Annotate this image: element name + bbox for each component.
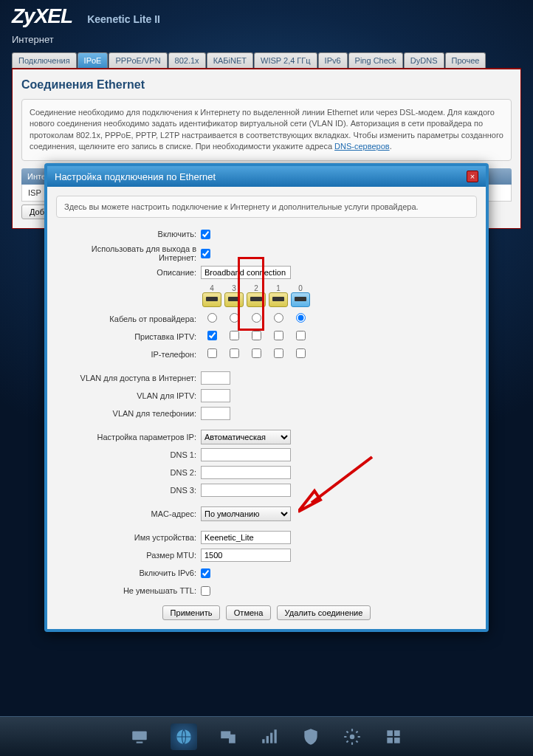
vlan-iptv-input[interactable] [201, 389, 230, 402]
wifi-icon[interactable] [259, 726, 280, 747]
tab-bar: ПодключенияIPoEPPPoE/VPN802.1xКАБiNETWIS… [12, 52, 521, 68]
ttl-checkbox[interactable] [201, 586, 210, 596]
header: ZyXEL Keenetic Lite II [0, 0, 533, 28]
ipv6-checkbox[interactable] [201, 568, 210, 578]
tab-ipv6[interactable]: IPv6 [318, 52, 348, 68]
dns3-input[interactable] [201, 484, 291, 497]
svg-rect-15 [394, 738, 400, 743]
svg-rect-7 [262, 739, 264, 743]
svg-rect-9 [270, 732, 272, 743]
row-iptv-0[interactable] [207, 331, 217, 340]
tab-dydns[interactable]: DyDNS [404, 52, 444, 68]
port-1[interactable] [269, 292, 288, 307]
device-name-input[interactable] [201, 531, 291, 544]
row-iptv-1[interactable] [230, 331, 239, 340]
delete-button[interactable]: Удалить соединение [277, 605, 371, 620]
tab-ipoe[interactable]: IPoE [78, 52, 109, 68]
row-cable-2[interactable] [252, 313, 261, 323]
row-ipph-0[interactable] [207, 348, 217, 358]
row-cable-4[interactable] [296, 313, 306, 323]
port-4[interactable] [202, 292, 221, 307]
dialog-buttons: Применить Отмена Удалить соединение [56, 605, 477, 620]
gear-icon[interactable] [342, 726, 362, 747]
mac-select[interactable]: По умолчанию [201, 506, 291, 521]
ethernet-dialog: Настройка подключения по Ethernet × Здес… [44, 163, 489, 632]
panel-info: Соединение необходимо для подключения к … [21, 99, 512, 161]
tab-pppoe-vpn[interactable]: PPPoE/VPN [109, 52, 167, 68]
dialog-hint: Здесь вы можете настроить подключение к … [56, 196, 477, 218]
row-iptv-2[interactable] [252, 331, 261, 340]
row-ipph-4[interactable] [296, 348, 306, 358]
svg-rect-6 [229, 734, 235, 743]
apps-icon[interactable] [383, 726, 404, 747]
svg-rect-8 [266, 735, 269, 743]
bottom-dock [0, 716, 533, 756]
svg-rect-14 [387, 738, 393, 743]
enable-checkbox[interactable] [201, 230, 210, 239]
row-cable-3[interactable] [274, 313, 283, 323]
tab--[interactable]: Прочее [445, 52, 486, 68]
svg-point-11 [350, 734, 355, 739]
svg-rect-3 [137, 741, 143, 743]
dns1-input[interactable] [201, 448, 291, 461]
monitor-icon[interactable] [129, 726, 150, 747]
close-icon[interactable]: × [467, 171, 478, 182]
tab--[interactable]: Подключения [12, 52, 77, 68]
tab-802-1x[interactable]: 802.1x [168, 52, 206, 68]
devices-icon[interactable] [218, 726, 238, 747]
row-iptv-3[interactable] [274, 331, 283, 340]
row-ipph-3[interactable] [274, 348, 283, 358]
default-gw-checkbox[interactable] [201, 249, 210, 258]
apply-button[interactable]: Применить [162, 605, 221, 620]
dns-link[interactable]: DNS-серверов [334, 142, 390, 151]
cancel-button[interactable]: Отмена [226, 605, 271, 620]
model-name: Keenetic Lite II [87, 13, 160, 25]
brand-logo: ZyXEL [12, 4, 72, 28]
globe-icon[interactable] [171, 724, 197, 750]
svg-rect-12 [387, 730, 393, 736]
tab-wisp-2-4-[interactable]: WISP 2,4 ГГц [254, 52, 317, 68]
dialog-titlebar: Настройка подключения по Ethernet × [47, 166, 486, 187]
tab--inet[interactable]: КАБiNET [207, 52, 253, 68]
row-iptv-4[interactable] [296, 331, 306, 340]
vlan-tel-input[interactable] [201, 407, 230, 420]
mtu-input[interactable] [201, 549, 291, 562]
vlan-internet-input[interactable] [201, 371, 230, 385]
dialog-title: Настройка подключения по Ethernet [55, 171, 216, 182]
port-0[interactable] [291, 292, 310, 307]
port-3[interactable] [224, 292, 244, 307]
description-input[interactable] [201, 266, 291, 279]
port-selector: 43210 [201, 284, 477, 307]
row-cable-1[interactable] [230, 313, 239, 323]
row-cable-0[interactable] [207, 313, 217, 323]
dns2-input[interactable] [201, 466, 291, 479]
shield-icon[interactable] [300, 726, 321, 747]
ip-mode-select[interactable]: Автоматическая [201, 430, 291, 444]
port-2[interactable] [247, 292, 266, 307]
tab-ping-check[interactable]: Ping Check [348, 52, 403, 68]
svg-rect-10 [275, 729, 277, 743]
panel-title: Соединения Ethernet [21, 78, 512, 92]
breadcrumb: Интернет [0, 28, 533, 52]
row-ipph-2[interactable] [252, 348, 261, 358]
row-ipph-1[interactable] [230, 348, 239, 358]
svg-rect-13 [394, 730, 400, 736]
svg-rect-2 [132, 731, 147, 740]
